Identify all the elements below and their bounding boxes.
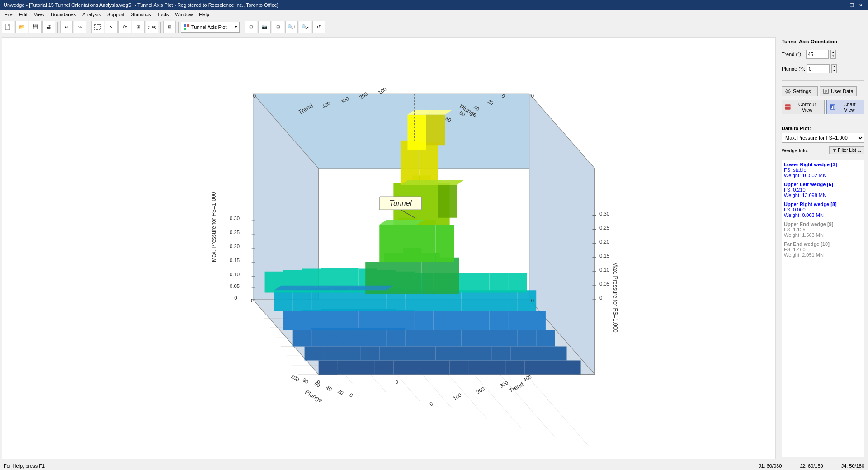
wedge-item-1[interactable]: Upper Left wedge [6]FS: 0.210Weight: 13.… [784,182,862,198]
wedge-info-label: Wedge Info: [782,148,808,153]
chart-view-button[interactable]: Chart View [826,100,864,114]
svg-marker-121 [436,225,454,262]
contour-view-button[interactable]: Contour View [782,100,825,114]
open-btn[interactable]: 📂 [15,21,28,33]
status-bar: For Help, press F1 J1: 60/030 J2: 60/150… [0,461,868,470]
plunge-label: Plunge (°): [782,66,805,71]
wedge-item-4[interactable]: Far End wedge [10]FS: 1.460Weight: 2.051… [784,241,862,258]
wedge-item-2[interactable]: Upper Right wedge [8]FS: 0.000Weight: 0.… [784,202,862,218]
undo-btn[interactable]: ↩ [60,21,73,33]
data-dropdown[interactable]: Max. Pressure for FS=1.000 [782,133,864,143]
user-data-button[interactable]: User Data [820,86,857,96]
plunge-row: Plunge (°): ▲ ▼ [782,64,864,73]
select-btn[interactable] [91,21,104,33]
frame-btn[interactable]: ⊡ [245,21,257,33]
svg-text:0.05: 0.05 [230,283,240,289]
svg-marker-81 [471,311,489,330]
svg-marker-64 [424,330,443,346]
svg-text:Max. Pressure for FS=1.000: Max. Pressure for FS=1.000 [211,192,217,262]
svg-rect-4 [187,24,189,27]
svg-rect-212 [785,104,791,110]
svg-marker-68 [499,330,517,346]
menu-item-tools[interactable]: Tools [155,11,172,18]
zoom-out-btn[interactable]: 🔍- [299,21,311,33]
svg-marker-219 [833,149,836,152]
svg-rect-3 [184,24,186,27]
svg-text:0: 0 [531,93,534,99]
menu-item-support[interactable]: Support [104,11,127,18]
redo-btn[interactable]: ↪ [74,21,86,33]
trend-up[interactable]: ▲ [831,50,835,54]
tunnel-axis-orientation-title: Tunnel Axis Orientation [782,39,864,44]
svg-marker-53 [492,346,510,360]
print-btn[interactable]: 🖨 [42,21,55,33]
svg-marker-35 [431,361,449,375]
svg-marker-77 [396,310,415,330]
svg-marker-41 [543,361,562,375]
table-btn[interactable]: ⊞ [163,21,176,33]
menu-item-help[interactable]: Help [196,11,212,18]
svg-marker-30 [337,361,356,375]
menu-item-edit[interactable]: Edit [16,11,30,18]
view-dropdown[interactable]: Tunnel Axis Plot ▾ [181,22,240,33]
divider1 [782,80,864,81]
svg-text:0.25: 0.25 [599,225,609,230]
menu-item-window[interactable]: Window [172,11,195,18]
trend-input[interactable] [806,50,829,59]
svg-marker-78 [415,311,433,330]
plunge-input[interactable] [807,64,830,73]
trend-down[interactable]: ▼ [831,54,835,58]
svg-marker-127 [407,115,426,150]
plunge-up[interactable]: ▲ [832,65,836,69]
zoom-in-btn[interactable]: 🔍+ [285,21,298,33]
plunge-spinner[interactable]: ▲ ▼ [831,64,837,73]
save-btn[interactable]: 💾 [29,21,42,33]
grid-btn[interactable]: ⊞ [132,21,145,33]
svg-marker-66 [462,330,480,346]
svg-marker-51 [454,346,473,360]
svg-marker-56 [548,346,566,360]
settings-icon [785,88,791,94]
wedge-item-0[interactable]: Lower Right wedge [3]FS: stableWeight: 1… [784,162,862,178]
svg-text:0.15: 0.15 [599,253,609,258]
svg-text:0.15: 0.15 [230,258,240,263]
zoom-fit-btn[interactable]: ⊞ [272,21,284,33]
wedge-weight-4: Weight: 2.051 MN [784,252,862,258]
minimize-btn[interactable]: − [839,1,846,9]
wedge-fs-2: FS: 0.000 [784,207,862,212]
filter-list-button[interactable]: Filter List ... [829,146,864,154]
wedge-list[interactable]: Lower Right wedge [3]FS: stableWeight: 1… [782,160,864,457]
wedge-name-1: Upper Left wedge [6] [784,182,862,187]
number-btn[interactable]: (134) [146,21,158,33]
svg-text:0: 0 [395,379,398,385]
wedge-item-3[interactable]: Upper End wedge [9]FS: 1.125Weight: 1.56… [784,221,862,238]
camera-btn[interactable]: 📷 [258,21,271,33]
settings-button[interactable]: Settings [782,86,818,96]
rotate-btn[interactable]: ⟳ [118,21,131,33]
toolbar: 📂 💾 🖨 ↩ ↪ ↖ ⟳ ⊞ (134) ⊞ Tunnel Axis Plot… [0,19,868,35]
new-btn[interactable] [2,21,14,33]
menu-bar: FileEditViewBoundariesAnalysisSupportSta… [0,10,868,19]
svg-marker-33 [393,361,412,375]
svg-marker-31 [356,361,375,375]
svg-marker-43 [305,346,323,360]
refresh-btn[interactable]: ↺ [312,21,325,33]
menu-item-boundaries[interactable]: Boundaries [48,11,79,18]
svg-text:0: 0 [317,379,320,385]
chart-view-label: Chart View [838,102,861,113]
wedge-weight-0: Weight: 16.502 MN [784,173,862,178]
menu-item-view[interactable]: View [31,11,47,18]
wedge-fs-4: FS: 1.460 [784,247,862,252]
svg-text:0.20: 0.20 [599,239,609,244]
menu-item-analysis[interactable]: Analysis [80,11,104,18]
plunge-down[interactable]: ▼ [832,69,836,73]
arrow-btn[interactable]: ↖ [105,21,118,33]
menu-item-file[interactable]: File [2,11,15,18]
svg-marker-63 [405,330,424,346]
menu-item-statistics[interactable]: Statistics [128,11,154,18]
svg-marker-82 [490,311,508,330]
restore-btn[interactable]: ❐ [848,1,855,9]
close-btn[interactable]: ✕ [857,1,864,9]
trend-spinner[interactable]: ▲ ▼ [830,50,836,59]
svg-marker-48 [398,346,417,360]
